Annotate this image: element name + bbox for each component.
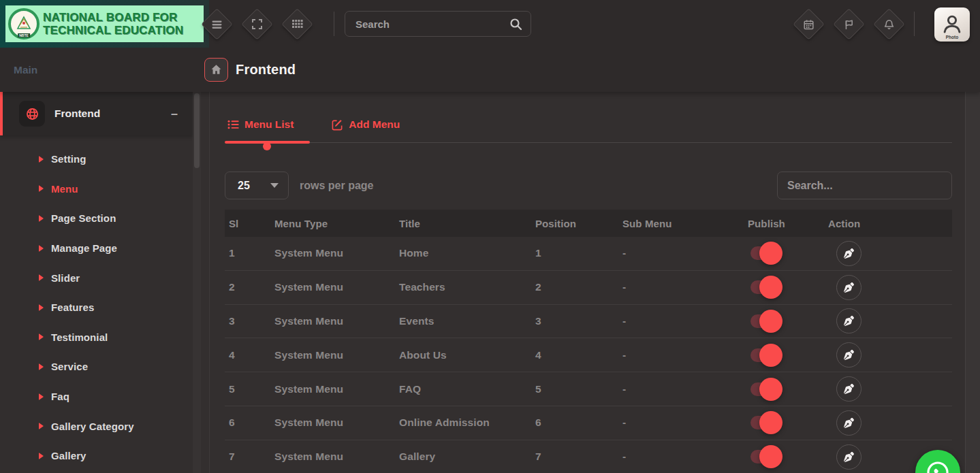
publish-toggle[interactable] (750, 382, 780, 396)
edit-row-button[interactable] (836, 342, 862, 368)
sidebar-item-label: Manage Page (51, 242, 117, 254)
table-row: 2 System Menu Teachers 2 - (225, 271, 952, 305)
toggle-knob (759, 242, 783, 265)
rows-per-page-value: 25 (238, 180, 270, 192)
sidebar-group-frontend[interactable]: Frontend – (0, 92, 193, 135)
sidebar-item-label: Gallery Category (51, 421, 134, 432)
cell-title: FAQ (395, 383, 531, 395)
publish-toggle[interactable] (750, 314, 780, 328)
cell-action (824, 342, 952, 368)
home-button[interactable] (204, 58, 228, 82)
publish-toggle[interactable] (750, 348, 780, 362)
sidebar-menu-item[interactable]: Menu (0, 174, 193, 204)
edit-row-button[interactable] (836, 376, 862, 402)
sidebar-menu-item[interactable]: Manage Page (0, 233, 193, 263)
tab-add-menu-label: Add Menu (349, 118, 400, 131)
cell-title: Home (395, 247, 531, 259)
sidebar-item-label: Setting (51, 153, 86, 165)
col-header-title: Title (395, 218, 531, 229)
rows-per-page-select[interactable]: 25 (225, 172, 289, 199)
table-row: 5 System Menu FAQ 5 - (225, 372, 952, 406)
cell-sub-menu: - (618, 349, 744, 361)
edit-row-button[interactable] (836, 444, 862, 470)
cell-menu-type: System Menu (270, 383, 395, 395)
tab-add-menu[interactable]: Add Menu (329, 118, 409, 131)
edit-row-button[interactable] (836, 275, 862, 300)
globe-icon (19, 101, 45, 127)
cell-sl: 6 (225, 417, 270, 429)
triangle-bullet-icon (39, 215, 44, 222)
sidebar-section-label: Main (14, 48, 37, 92)
col-header-sub-menu: Sub Menu (618, 218, 744, 229)
toggle-knob (759, 378, 783, 401)
sidebar-scrollbar-thumb[interactable] (194, 93, 200, 168)
triangle-bullet-icon (39, 304, 44, 311)
publish-toggle[interactable] (750, 450, 780, 463)
table-row: 4 System Menu About Us 4 - (225, 338, 952, 372)
reports-flag-button[interactable] (832, 7, 865, 40)
table-row: 3 System Menu Events 3 - (225, 305, 952, 339)
pen-nib-icon (844, 452, 854, 462)
cell-sl: 5 (225, 383, 270, 395)
global-search-input[interactable] (355, 18, 509, 30)
table-header-row: Sl Menu Type Title Position Sub Menu Pub… (225, 210, 952, 237)
cell-sub-menu: - (618, 417, 744, 429)
sidebar-menu-item[interactable]: Page Section (0, 203, 193, 233)
tab-menu-list[interactable]: Menu List (225, 118, 303, 131)
publish-toggle[interactable] (750, 246, 780, 260)
cell-publish (744, 348, 824, 362)
cell-sl: 7 (225, 451, 270, 463)
table-search-input[interactable] (787, 180, 942, 192)
sidebar-item-label: Service (51, 361, 88, 372)
calendar-button[interactable] (792, 7, 825, 40)
content-card-edge (209, 92, 210, 473)
fullscreen-button[interactable] (240, 7, 273, 40)
toggle-knob (759, 310, 783, 333)
breadcrumb-bar: Main Frontend (0, 48, 980, 92)
edit-row-button[interactable] (836, 308, 862, 333)
caret-down-icon (270, 183, 279, 188)
cell-menu-type: System Menu (270, 247, 395, 259)
publish-toggle[interactable] (750, 416, 780, 429)
sidebar-menu-item[interactable]: Gallery Category (0, 411, 193, 441)
sidebar-scrollbar[interactable] (193, 92, 201, 473)
edit-row-button[interactable] (836, 410, 862, 436)
sidebar-menu-item[interactable]: Gallery (0, 441, 193, 471)
cell-sub-menu: - (618, 247, 744, 259)
profile-avatar[interactable]: Photo (934, 7, 970, 42)
sidebar-toggle-button[interactable] (200, 7, 233, 40)
col-header-position: Position (531, 218, 618, 229)
cell-sl: 1 (225, 247, 270, 259)
sidebar: Frontend – Setting Menu Page Section Man… (0, 92, 193, 473)
search-icon[interactable] (509, 18, 522, 31)
table-search (777, 172, 952, 199)
topbar-divider-right (914, 12, 915, 36)
pen-nib-icon (844, 384, 854, 394)
sidebar-menu-item[interactable]: Features (0, 293, 193, 323)
collapse-minus-icon[interactable]: – (171, 107, 178, 121)
notifications-button[interactable] (872, 7, 905, 40)
cell-sl: 2 (225, 281, 270, 293)
brand-logo[interactable]: NBTE NATIONAL BOARD FOR TECHNICAL EDUCAT… (0, 0, 209, 48)
sidebar-menu-list: Setting Menu Page Section Manage Page Sl… (0, 135, 193, 471)
cell-action (824, 376, 952, 402)
publish-toggle[interactable] (750, 280, 780, 294)
emblem-caption: NBTE (18, 33, 30, 37)
sidebar-menu-item[interactable]: Faq (0, 382, 193, 412)
brand-line1: NATIONAL BOARD FOR (43, 11, 183, 24)
sidebar-menu-item[interactable]: Service (0, 352, 193, 382)
sidebar-menu-item[interactable]: Testimonial (0, 323, 193, 353)
table-row: 6 System Menu Online Admission 6 - (225, 406, 952, 440)
sidebar-menu-item[interactable]: Slider (0, 263, 193, 293)
whatsapp-icon (922, 457, 953, 473)
cell-publish (744, 280, 824, 294)
edit-row-button[interactable] (836, 241, 862, 266)
brand-banner: NBTE NATIONAL BOARD FOR TECHNICAL EDUCAT… (5, 5, 204, 42)
sidebar-item-label: Testimonial (51, 331, 108, 343)
apps-grid-button[interactable] (281, 7, 313, 40)
page-scrollbar[interactable] (965, 92, 980, 473)
cell-publish (744, 382, 824, 396)
sidebar-menu-item[interactable]: Setting (0, 144, 193, 174)
cell-menu-type: System Menu (270, 417, 395, 429)
cell-title: Online Admission (395, 417, 531, 429)
